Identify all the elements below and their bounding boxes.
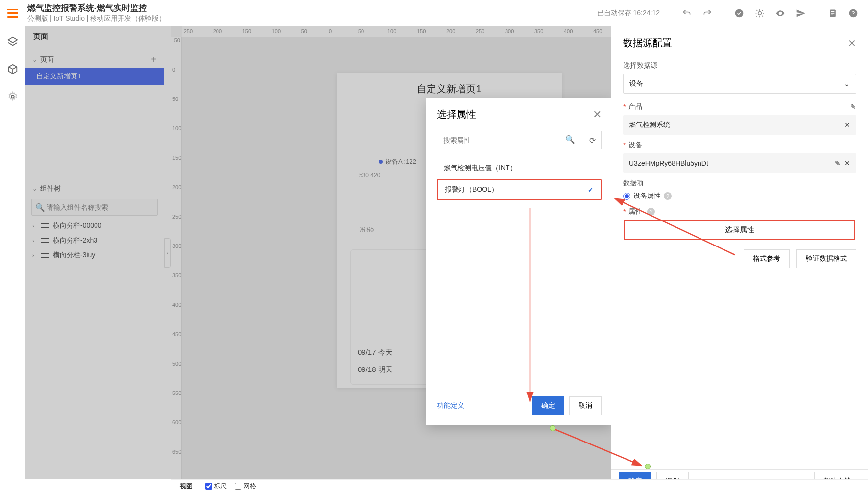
ruler-horizontal: -250-200-150-100-50050100150200250300350… bbox=[182, 26, 611, 37]
attribute-option[interactable]: 燃气检测电压值（INT） bbox=[437, 157, 602, 179]
grid-checkbox[interactable]: 网格 bbox=[235, 482, 256, 491]
attribute-search-input[interactable] bbox=[437, 131, 579, 149]
panel-close-icon[interactable]: ✕ bbox=[848, 37, 856, 49]
page-item-active[interactable]: 自定义新增页1 bbox=[25, 68, 164, 85]
component-tree-header[interactable]: ⌄组件树 bbox=[25, 181, 164, 196]
choose-attribute-button[interactable]: 选择属性 bbox=[624, 220, 855, 240]
app-header: 燃气监控报警系统-燃气实时监控 公测版 | IoT Studio | 移动应用开… bbox=[0, 0, 868, 26]
left-panel-title: 页面 bbox=[25, 26, 164, 47]
panel-title: 数据源配置 bbox=[623, 36, 672, 49]
modal-cancel-button[interactable]: 取消 bbox=[569, 396, 602, 415]
tree-label: 横向分栏-00000 bbox=[53, 221, 102, 230]
ruler-checkbox[interactable]: 标尺 bbox=[205, 482, 227, 491]
layers-icon[interactable] bbox=[7, 36, 18, 47]
notes-icon[interactable] bbox=[828, 8, 838, 18]
radio-label: 设备属性 bbox=[633, 192, 661, 200]
app-title: 燃气监控报警系统-燃气实时监控 bbox=[27, 3, 597, 14]
radio-input[interactable] bbox=[623, 193, 630, 200]
redo-icon[interactable] bbox=[702, 8, 712, 18]
settings-icon[interactable] bbox=[7, 91, 18, 102]
hamburger-menu[interactable] bbox=[0, 9, 25, 18]
svg-point-0 bbox=[735, 9, 744, 17]
chart-legend: 设备A :122 bbox=[379, 157, 416, 166]
edit-icon[interactable]: ✎ bbox=[850, 103, 856, 111]
datasource-label: 选择数据源 bbox=[623, 61, 856, 70]
help-tooltip-icon[interactable]: ? bbox=[664, 192, 672, 200]
modal-close-icon[interactable]: ✕ bbox=[593, 108, 602, 121]
chevron-right-icon: › bbox=[32, 252, 37, 258]
check-circle-icon[interactable] bbox=[734, 8, 744, 18]
pages-header[interactable]: ⌄页面 + bbox=[25, 51, 164, 68]
edit-icon[interactable]: ✎ bbox=[835, 159, 841, 167]
modal-ok-button[interactable]: 确定 bbox=[532, 396, 564, 415]
eye-icon[interactable] bbox=[775, 8, 785, 18]
chevron-down-icon: ⌄ bbox=[844, 80, 850, 88]
collapse-handle: ‹ bbox=[164, 26, 171, 479]
send-icon[interactable] bbox=[796, 8, 806, 18]
weather-date: 09/17 今天 bbox=[358, 348, 393, 357]
validate-format-button[interactable]: 验证数据格式 bbox=[796, 249, 856, 268]
cube-icon[interactable] bbox=[7, 64, 18, 74]
product-label: *产品✎ bbox=[623, 102, 856, 111]
app-subtitle: 公测版 | IoT Studio | 移动应用开发（体验版） bbox=[27, 14, 597, 23]
svg-point-5 bbox=[11, 95, 14, 98]
tree-label: 横向分栏-2xh3 bbox=[53, 236, 97, 245]
select-attribute-modal: 选择属性 ✕ 🔍 ⟳ 燃气检测电压值（INT） 报警灯（BOOL） ✓ 功能定义… bbox=[426, 98, 612, 425]
search-icon: 🔍 bbox=[35, 203, 45, 212]
function-def-link[interactable]: 功能定义 bbox=[437, 401, 464, 410]
columns-icon bbox=[41, 253, 49, 258]
component-tree-label: 组件树 bbox=[40, 184, 61, 192]
tree-item[interactable]: ›横向分栏-00000 bbox=[25, 219, 164, 233]
attribute-option-selected[interactable]: 报警灯（BOOL） ✓ bbox=[437, 179, 602, 200]
chevron-right-icon: › bbox=[32, 223, 37, 229]
option-label: 燃气检测电压值（INT） bbox=[444, 164, 517, 172]
add-page-icon[interactable]: + bbox=[151, 54, 157, 65]
device-value: U3zeHMpRy68HBlu5ynDt bbox=[629, 159, 708, 167]
attribute-label: *属性? bbox=[623, 207, 856, 216]
bug-icon[interactable] bbox=[755, 8, 765, 18]
dataitem-label: 数据项 bbox=[623, 179, 856, 188]
left-panel: 页面 ⌄页面 + 自定义新增页1 ⌄组件树 🔍 ›横向分栏-00000 ›横向分… bbox=[25, 26, 164, 479]
divider bbox=[817, 7, 817, 19]
clear-icon[interactable]: ✕ bbox=[844, 121, 850, 129]
divider bbox=[723, 7, 723, 19]
chevron-down-icon: ⌄ bbox=[32, 185, 37, 192]
device-field: U3zeHMpRy68HBlu5ynDt ✎✕ bbox=[623, 153, 856, 173]
header-title-block: 燃气监控报警系统-燃气实时监控 公测版 | IoT Studio | 移动应用开… bbox=[25, 3, 597, 23]
modal-search-row: 🔍 ⟳ bbox=[437, 131, 602, 149]
weather-date: 09/18 明天 bbox=[358, 365, 393, 374]
product-field: 燃气检测系统 ✕ bbox=[623, 115, 856, 135]
hamburger-icon bbox=[7, 9, 18, 18]
divider bbox=[671, 7, 671, 19]
search-icon[interactable]: 🔍 bbox=[565, 135, 575, 144]
select-value: 设备 bbox=[629, 79, 643, 88]
autosave-text: 已自动保存 16:24:12 bbox=[597, 9, 660, 18]
ruler-vertical: -500501001502002503003504004505005506006… bbox=[171, 37, 182, 479]
help-tooltip-icon[interactable]: ? bbox=[647, 208, 655, 216]
refresh-button[interactable]: ⟳ bbox=[583, 131, 602, 149]
legend-dot-icon bbox=[379, 160, 383, 164]
tree-item[interactable]: ›横向分栏-2xh3 bbox=[25, 233, 164, 248]
view-label: 视图 bbox=[180, 482, 193, 491]
undo-icon[interactable] bbox=[682, 8, 692, 18]
chevron-right-icon: › bbox=[32, 238, 37, 244]
clear-icon[interactable]: ✕ bbox=[844, 159, 850, 167]
tree-item[interactable]: ›横向分栏-3iuy bbox=[25, 248, 164, 263]
svg-point-1 bbox=[758, 11, 762, 15]
format-buttons: 格式参考 验证数据格式 bbox=[623, 249, 856, 268]
legend-label: 设备A :122 bbox=[386, 157, 416, 166]
device-attribute-radio[interactable]: 设备属性 ? bbox=[623, 192, 856, 200]
annotation-dot bbox=[550, 425, 555, 431]
datasource-select[interactable]: 设备 ⌄ bbox=[623, 74, 856, 94]
format-reference-button[interactable]: 格式参考 bbox=[744, 249, 790, 268]
collapse-button[interactable]: ‹ bbox=[164, 238, 171, 268]
bottom-bar: 视图 标尺 网格 bbox=[171, 479, 868, 492]
component-search: 🔍 bbox=[31, 199, 158, 216]
tree-label: 横向分栏-3iuy bbox=[53, 251, 95, 260]
component-search-input[interactable] bbox=[31, 199, 158, 216]
option-label: 报警灯（BOOL） bbox=[445, 185, 498, 194]
help-icon[interactable]: ? bbox=[848, 8, 858, 18]
modal-title: 选择属性 bbox=[437, 108, 476, 121]
columns-icon bbox=[41, 223, 49, 228]
component-tree-section: ⌄组件树 🔍 ›横向分栏-00000 ›横向分栏-2xh3 ›横向分栏-3iuy bbox=[25, 177, 164, 267]
